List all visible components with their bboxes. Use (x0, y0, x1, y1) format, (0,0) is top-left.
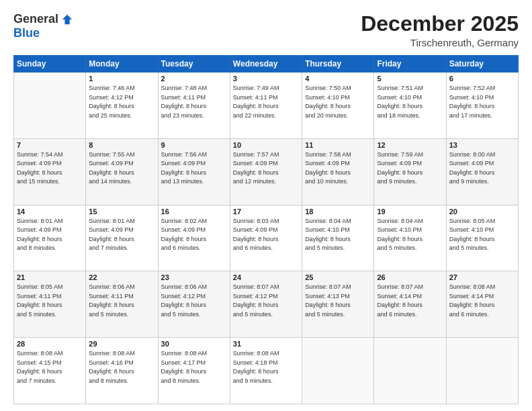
day-info: Sunrise: 8:06 AM Sunset: 4:12 PM Dayligh… (161, 283, 227, 319)
calendar-cell: 25Sunrise: 8:07 AM Sunset: 4:13 PM Dayli… (302, 271, 374, 338)
day-info: Sunrise: 7:49 AM Sunset: 4:11 PM Dayligh… (233, 84, 299, 120)
day-number: 23 (161, 273, 227, 281)
day-info: Sunrise: 8:07 AM Sunset: 4:14 PM Dayligh… (377, 283, 443, 319)
subtitle: Tirschenreuth, Germany (361, 37, 519, 48)
day-number: 25 (305, 273, 371, 281)
calendar-cell: 13Sunrise: 8:00 AM Sunset: 4:09 PM Dayli… (446, 138, 518, 205)
day-info: Sunrise: 7:48 AM Sunset: 4:11 PM Dayligh… (161, 84, 227, 120)
calendar-cell: 23Sunrise: 8:06 AM Sunset: 4:12 PM Dayli… (158, 271, 230, 338)
day-info: Sunrise: 8:02 AM Sunset: 4:09 PM Dayligh… (161, 217, 227, 253)
day-info: Sunrise: 8:08 AM Sunset: 4:16 PM Dayligh… (89, 349, 154, 385)
calendar-header-sunday: Sunday (14, 56, 86, 73)
day-info: Sunrise: 8:07 AM Sunset: 4:12 PM Dayligh… (233, 283, 299, 319)
calendar-cell: 8Sunrise: 7:55 AM Sunset: 4:09 PM Daylig… (86, 138, 158, 205)
day-number: 15 (89, 208, 154, 216)
day-info: Sunrise: 7:58 AM Sunset: 4:09 PM Dayligh… (305, 150, 371, 187)
title-block: December 2025 Tirschenreuth, Germany (361, 12, 519, 48)
day-number: 1 (89, 75, 154, 83)
calendar-cell: 17Sunrise: 8:03 AM Sunset: 4:09 PM Dayli… (230, 205, 302, 271)
calendar-cell: 31Sunrise: 8:08 AM Sunset: 4:18 PM Dayli… (230, 338, 302, 404)
logo-blue-text: Blue (13, 26, 40, 40)
main-title: December 2025 (361, 12, 519, 36)
day-info: Sunrise: 7:56 AM Sunset: 4:09 PM Dayligh… (161, 150, 227, 187)
calendar-cell: 4Sunrise: 7:50 AM Sunset: 4:10 PM Daylig… (302, 73, 374, 139)
day-info: Sunrise: 7:54 AM Sunset: 4:09 PM Dayligh… (17, 150, 83, 187)
day-info: Sunrise: 8:08 AM Sunset: 4:15 PM Dayligh… (17, 349, 83, 385)
calendar-cell: 30Sunrise: 8:08 AM Sunset: 4:17 PM Dayli… (158, 338, 230, 404)
day-number: 24 (233, 273, 299, 281)
day-number: 28 (17, 340, 83, 348)
calendar-cell: 9Sunrise: 7:56 AM Sunset: 4:09 PM Daylig… (158, 138, 230, 205)
day-number: 12 (377, 141, 443, 149)
calendar-header-friday: Friday (374, 56, 446, 73)
day-number: 21 (17, 273, 83, 281)
calendar-week-4: 21Sunrise: 8:05 AM Sunset: 4:11 PM Dayli… (14, 271, 519, 338)
day-info: Sunrise: 7:57 AM Sunset: 4:09 PM Dayligh… (233, 150, 299, 187)
calendar-cell: 20Sunrise: 8:05 AM Sunset: 4:10 PM Dayli… (446, 205, 518, 271)
calendar-header-wednesday: Wednesday (230, 56, 302, 73)
calendar-header-row: SundayMondayTuesdayWednesdayThursdayFrid… (14, 56, 519, 73)
day-info: Sunrise: 7:51 AM Sunset: 4:10 PM Dayligh… (377, 84, 443, 120)
day-number: 19 (377, 208, 443, 216)
calendar-cell: 10Sunrise: 7:57 AM Sunset: 4:09 PM Dayli… (230, 138, 302, 205)
logo-icon (61, 13, 73, 26)
day-info: Sunrise: 7:55 AM Sunset: 4:09 PM Dayligh… (89, 150, 154, 187)
day-info: Sunrise: 8:08 AM Sunset: 4:18 PM Dayligh… (233, 349, 299, 385)
day-number: 31 (233, 340, 299, 348)
calendar-cell: 2Sunrise: 7:48 AM Sunset: 4:11 PM Daylig… (158, 73, 230, 139)
day-number: 2 (161, 75, 227, 83)
logo: General Blue (13, 12, 73, 40)
day-info: Sunrise: 8:04 AM Sunset: 4:10 PM Dayligh… (305, 217, 371, 253)
day-number: 14 (17, 208, 83, 216)
calendar-cell: 27Sunrise: 8:08 AM Sunset: 4:14 PM Dayli… (446, 271, 518, 338)
calendar-cell: 21Sunrise: 8:05 AM Sunset: 4:11 PM Dayli… (14, 271, 86, 338)
calendar-header-monday: Monday (86, 56, 158, 73)
calendar-cell: 11Sunrise: 7:58 AM Sunset: 4:09 PM Dayli… (302, 138, 374, 205)
calendar-cell: 22Sunrise: 8:06 AM Sunset: 4:11 PM Dayli… (86, 271, 158, 338)
calendar-cell: 3Sunrise: 7:49 AM Sunset: 4:11 PM Daylig… (230, 73, 302, 139)
day-number: 18 (305, 208, 371, 216)
day-number: 17 (233, 208, 299, 216)
day-info: Sunrise: 8:01 AM Sunset: 4:09 PM Dayligh… (17, 217, 83, 253)
day-number: 11 (305, 141, 371, 149)
day-number: 3 (233, 75, 299, 83)
logo-general-text: General (13, 12, 58, 26)
header: General Blue December 2025 Tirschenreuth… (13, 12, 519, 48)
calendar-table: SundayMondayTuesdayWednesdayThursdayFrid… (13, 55, 519, 404)
day-info: Sunrise: 7:52 AM Sunset: 4:10 PM Dayligh… (449, 84, 515, 120)
calendar-header-thursday: Thursday (302, 56, 374, 73)
calendar-cell: 14Sunrise: 8:01 AM Sunset: 4:09 PM Dayli… (14, 205, 86, 271)
day-info: Sunrise: 8:01 AM Sunset: 4:09 PM Dayligh… (89, 217, 154, 253)
day-info: Sunrise: 8:05 AM Sunset: 4:11 PM Dayligh… (17, 283, 83, 319)
calendar-cell: 15Sunrise: 8:01 AM Sunset: 4:09 PM Dayli… (86, 205, 158, 271)
day-number: 5 (377, 75, 443, 83)
calendar-cell: 1Sunrise: 7:46 AM Sunset: 4:12 PM Daylig… (86, 73, 158, 139)
day-number: 30 (161, 340, 227, 348)
day-info: Sunrise: 8:03 AM Sunset: 4:09 PM Dayligh… (233, 217, 299, 253)
day-info: Sunrise: 8:05 AM Sunset: 4:10 PM Dayligh… (449, 217, 515, 253)
day-number: 20 (449, 208, 515, 216)
day-number: 10 (233, 141, 299, 149)
calendar-cell (302, 338, 374, 404)
calendar-cell: 24Sunrise: 8:07 AM Sunset: 4:12 PM Dayli… (230, 271, 302, 338)
calendar-cell: 28Sunrise: 8:08 AM Sunset: 4:15 PM Dayli… (14, 338, 86, 404)
calendar-week-2: 7Sunrise: 7:54 AM Sunset: 4:09 PM Daylig… (14, 138, 519, 205)
calendar-cell: 26Sunrise: 8:07 AM Sunset: 4:14 PM Dayli… (374, 271, 446, 338)
calendar-week-3: 14Sunrise: 8:01 AM Sunset: 4:09 PM Dayli… (14, 205, 519, 271)
day-number: 6 (449, 75, 515, 83)
calendar-cell: 16Sunrise: 8:02 AM Sunset: 4:09 PM Dayli… (158, 205, 230, 271)
day-number: 13 (449, 141, 515, 149)
day-info: Sunrise: 8:08 AM Sunset: 4:17 PM Dayligh… (161, 349, 227, 385)
svg-marker-0 (62, 14, 72, 24)
day-number: 8 (89, 141, 154, 149)
day-number: 26 (377, 273, 443, 281)
day-number: 29 (89, 340, 154, 348)
calendar-cell (446, 338, 518, 404)
calendar-header-tuesday: Tuesday (158, 56, 230, 73)
day-number: 22 (89, 273, 154, 281)
page: General Blue December 2025 Tirschenreuth… (0, 0, 532, 411)
calendar-week-5: 28Sunrise: 8:08 AM Sunset: 4:15 PM Dayli… (14, 338, 519, 404)
day-number: 7 (17, 141, 83, 149)
day-info: Sunrise: 7:46 AM Sunset: 4:12 PM Dayligh… (89, 84, 154, 120)
day-info: Sunrise: 8:06 AM Sunset: 4:11 PM Dayligh… (89, 283, 154, 319)
